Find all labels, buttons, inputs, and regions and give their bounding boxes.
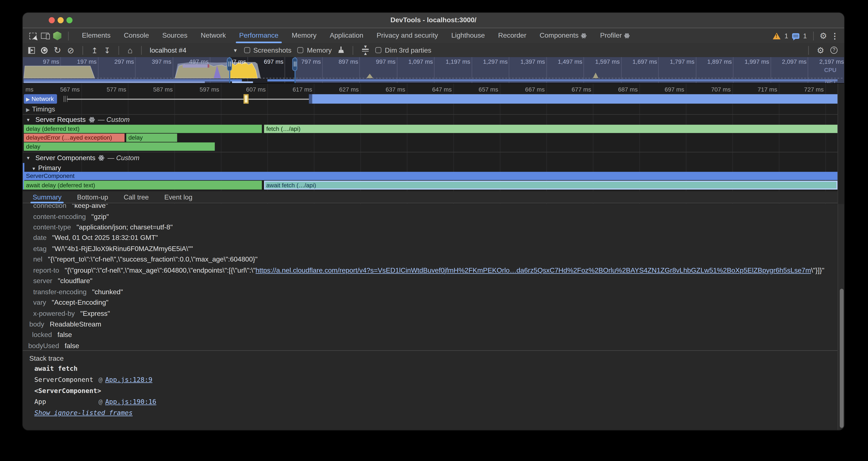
header-value: "gzip" [91,212,109,220]
primary-group-label[interactable]: ▼Primary [32,164,61,172]
summary-row: lockedfalse [32,331,72,339]
home-icon[interactable]: ⌂ [127,46,132,54]
server-requests-header[interactable]: ▼ Server Requests — Custom [26,116,130,123]
header-key: connection [33,204,66,209]
summary-row: report-to"{\"group\":\"cf-nel\",\"max_ag… [33,266,825,274]
tab-components[interactable]: Components [533,28,593,43]
settings-gear-icon[interactable]: ⚙ [819,32,827,40]
history-select[interactable]: localhost #4 ▼ [150,46,238,54]
network-track-label[interactable]: ▶Network [24,94,57,104]
tab-label: Performance [239,28,279,43]
tab-console[interactable]: Console [117,28,156,43]
header-value: \"}]}" [811,266,824,274]
tab-label: Sources [162,28,188,43]
clear-icon[interactable]: ⊘ [67,46,74,54]
timings-track-label[interactable]: ▶Timings [26,105,55,113]
report-to-url-link[interactable]: https://a.nel.cloudflare.com/report/v4?s… [256,266,811,274]
network-request-bar[interactable] [312,94,838,104]
network-request-marker[interactable] [244,94,248,104]
details-tab-bottom-up[interactable]: Bottom-up [69,191,116,203]
stack-trace-section: Stack trace await fetchServerComponent@A… [23,351,837,430]
tabbar-left-icons [23,31,75,40]
header-key: nel [33,256,42,263]
tab-privacy-and-security[interactable]: Privacy and security [370,28,445,43]
atom-icon [624,33,630,39]
details-tab-summary[interactable]: Summary [25,191,69,203]
kebab-menu-icon[interactable]: ⋮ [831,31,839,40]
flame-bar[interactable]: await delay (deferred text) [24,181,261,190]
frame-function: <ServerComponent> [34,387,101,395]
inspect-element-icon[interactable] [29,32,36,39]
save-profile-icon[interactable]: ↧ [104,46,111,54]
toggle-sidebar-icon[interactable] [28,47,35,54]
flame-bar[interactable]: delay (deferred text) [24,125,261,133]
load-profile-icon[interactable]: ↥ [91,46,98,54]
screenshots-checkbox[interactable] [244,47,250,53]
help-icon[interactable]: ? [830,47,838,54]
capture-settings-gear-icon[interactable]: ⚙ [817,46,824,54]
dim-3rd-parties-checkbox[interactable] [375,47,382,53]
flame-bar[interactable]: fetch (…/api) [264,125,837,133]
tab-recorder[interactable]: Recorder [492,28,533,43]
screenshots-checkbox-row[interactable]: Screenshots [244,46,291,54]
overview-dim-right [294,57,844,83]
garbage-collect-icon[interactable] [338,46,344,54]
header-value: "Wed, 01 Oct 2025 18:32:01 GMT" [52,234,158,242]
header-key: locked [32,331,52,339]
tab-sources[interactable]: Sources [156,28,194,43]
tab-memory[interactable]: Memory [285,28,323,43]
ruler-tick-label: 657 ms [464,86,498,93]
reload-and-record-icon[interactable]: ↻ [54,46,61,55]
header-key: report-to [33,266,59,274]
selection-handle-right[interactable] [292,58,297,71]
shortcuts-dialog-icon[interactable]: ▼▲ [362,46,369,55]
details-tab-call-tree[interactable]: Call tree [116,191,157,203]
details-tab-event-log[interactable]: Event log [157,191,200,203]
warning-icon[interactable] [773,32,781,39]
tab-lighthouse[interactable]: Lighthouse [445,28,492,43]
flame-bar[interactable]: ServerComponent [24,172,837,180]
server-components-header[interactable]: ▼ Server Components — Custom [26,154,140,162]
tab-elements[interactable]: Elements [75,28,117,43]
flame-bar[interactable]: await fetch (…/api) [264,181,837,190]
tab-application[interactable]: Application [323,28,370,43]
summary-scrollbar-thumb[interactable] [840,289,844,428]
header-value: "Accept-Encoding" [52,299,108,307]
selection-handle-left[interactable] [227,58,232,71]
warning-count: 1 [784,32,788,39]
summary-scrollbar-gutter[interactable] [837,204,844,430]
timeline-overview[interactable]: 97 ms197 ms297 ms397 ms497 ms597 ms697 m… [23,57,844,83]
source-location-link[interactable]: App.js:128:9 [105,376,152,383]
flame-bar[interactable]: delayedError (…ayed exception) [24,134,125,142]
tab-profiler[interactable]: Profiler [593,28,637,43]
custom-suffix: — Custom [107,154,140,162]
flame-chart-area[interactable]: ms 567 ms577 ms587 ms597 ms607 ms617 ms6… [23,83,844,205]
header-key: content-type [33,223,71,231]
at-symbol: @ [98,376,102,383]
summary-row: vary"Accept-Encoding" [33,299,108,307]
screen: DevTools - localhost:3000/ ElementsConso… [0,0,868,461]
dim-3rd-parties-checkbox-row[interactable]: Dim 3rd parties [375,46,431,54]
ruler-tick-label: 677 ms [557,86,591,93]
flame-bar[interactable]: delay [24,142,215,151]
flame-bar[interactable]: delay [126,134,177,142]
tab-label: Network [201,28,226,43]
tab-performance[interactable]: Performance [232,28,285,43]
summary-row: content-type"application/json; charset=u… [33,223,173,231]
disclosure-down-icon: ▼ [26,155,31,161]
node-icon[interactable] [53,31,62,40]
issues-icon[interactable] [792,33,800,38]
divider [119,46,119,55]
show-ignore-listed-frames-link[interactable]: Show ignore-listed frames [34,409,133,417]
tab-network[interactable]: Network [194,28,232,43]
header-value: "{\"group\":\"cf-nel\",\"max_age\":60480… [65,266,256,274]
record-button[interactable] [41,47,48,54]
device-toolbar-icon[interactable] [41,33,49,39]
devtools-window: DevTools - localhost:3000/ ElementsConso… [23,13,844,430]
memory-checkbox[interactable] [298,47,304,53]
memory-checkbox-row[interactable]: Memory [298,46,332,54]
header-key: date [33,234,47,242]
tab-label: Profiler [600,28,622,43]
ruler-tick-label: 707 ms [696,86,731,93]
source-location-link[interactable]: App.js:190:16 [105,398,156,406]
